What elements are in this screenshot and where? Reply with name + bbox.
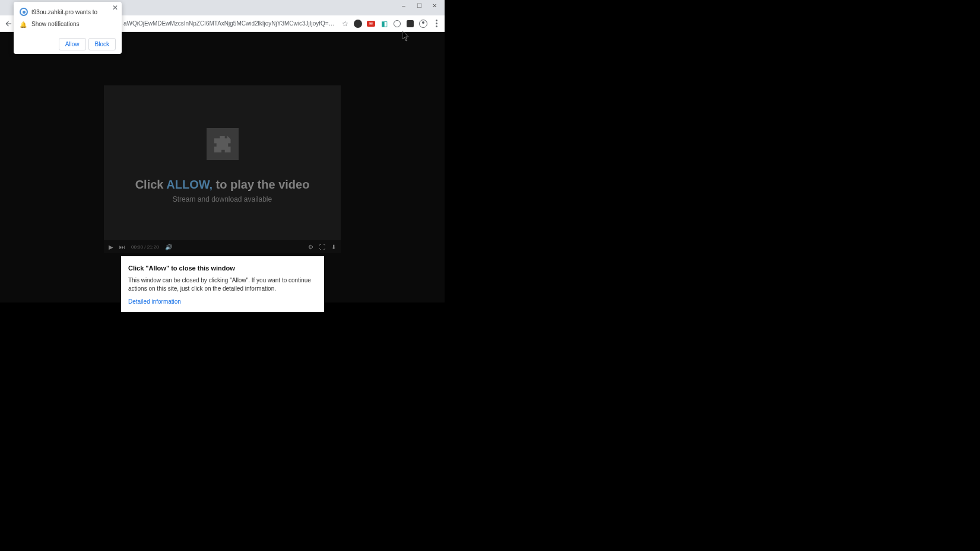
dialog-origin: t93ou.zahkit.pro wants to bbox=[20, 8, 97, 16]
extension-icon-square[interactable] bbox=[405, 19, 415, 28]
minimize-button[interactable]: – bbox=[396, 0, 411, 11]
headline-prefix: Click bbox=[135, 178, 167, 191]
address-bar[interactable]: aWQiOjEwMDEwMzcsInNpZCI6MTAxNjg5MCwid2lk… bbox=[123, 20, 340, 27]
headline-allow: ALLOW, bbox=[166, 178, 213, 191]
extension-icon-teal[interactable]: ◧ bbox=[379, 19, 389, 28]
back-button[interactable] bbox=[4, 18, 14, 29]
download-icon[interactable]: ⬇ bbox=[331, 244, 336, 250]
dialog-close-button[interactable]: ✕ bbox=[112, 4, 118, 11]
player-controls: ▶ ⏭ 00:00 / 21:20 🔊 ⚙ ⛶ ⬇ bbox=[104, 240, 341, 253]
detailed-info-link[interactable]: Detailed information bbox=[128, 298, 317, 305]
bell-icon: 🔔 bbox=[20, 21, 26, 27]
close-window-button[interactable]: ✕ bbox=[427, 0, 442, 11]
notification-permission-dialog: ✕ t93ou.zahkit.pro wants to 🔔 Show notif… bbox=[14, 2, 122, 54]
fake-video-player: Click ALLOW, to play the video Stream an… bbox=[104, 85, 341, 253]
toolbar-actions: ☆ ✉ ◧ bbox=[340, 19, 441, 28]
fullscreen-icon[interactable]: ⛶ bbox=[319, 244, 325, 250]
puzzle-icon bbox=[214, 136, 231, 152]
time-display: 00:00 / 21:20 bbox=[131, 244, 159, 250]
next-icon[interactable]: ⏭ bbox=[119, 244, 125, 250]
kebab-icon bbox=[436, 20, 437, 27]
player-body: Click ALLOW, to play the video Stream an… bbox=[104, 85, 341, 240]
menu-button[interactable] bbox=[432, 19, 441, 28]
maximize-button[interactable]: ☐ bbox=[411, 0, 427, 11]
deceptive-message-box: Click "Allow" to close this window This … bbox=[121, 256, 324, 312]
volume-icon[interactable]: 🔊 bbox=[165, 244, 172, 250]
play-icon[interactable]: ▶ bbox=[109, 244, 113, 250]
extension-icon-mail[interactable]: ✉ bbox=[366, 19, 376, 28]
arrow-left-icon bbox=[5, 20, 13, 28]
extension-icon-circle[interactable] bbox=[392, 19, 402, 28]
permission-label: Show notifications bbox=[31, 21, 80, 27]
dialog-header: t93ou.zahkit.pro wants to bbox=[20, 8, 116, 16]
block-button[interactable]: Block bbox=[88, 38, 116, 50]
dialog-site-text: t93ou.zahkit.pro wants to bbox=[31, 9, 97, 15]
profile-icon[interactable] bbox=[418, 19, 428, 28]
bookmark-star-icon[interactable]: ☆ bbox=[340, 19, 350, 28]
extension-icon-1[interactable] bbox=[353, 19, 363, 28]
allow-button[interactable]: Allow bbox=[59, 38, 86, 50]
message-title: Click "Allow" to close this window bbox=[128, 265, 317, 272]
settings-gear-icon[interactable]: ⚙ bbox=[308, 244, 313, 250]
message-body: This window can be closed by clicking "A… bbox=[128, 276, 317, 292]
permission-row: 🔔 Show notifications bbox=[20, 21, 116, 27]
player-headline: Click ALLOW, to play the video bbox=[135, 178, 310, 192]
site-favicon bbox=[20, 8, 28, 16]
plugin-placeholder bbox=[207, 128, 239, 160]
dialog-buttons: Allow Block bbox=[20, 38, 116, 50]
player-subline: Stream and download available bbox=[173, 195, 272, 203]
headline-suffix: to play the video bbox=[213, 178, 309, 191]
cursor-icon bbox=[402, 31, 410, 42]
